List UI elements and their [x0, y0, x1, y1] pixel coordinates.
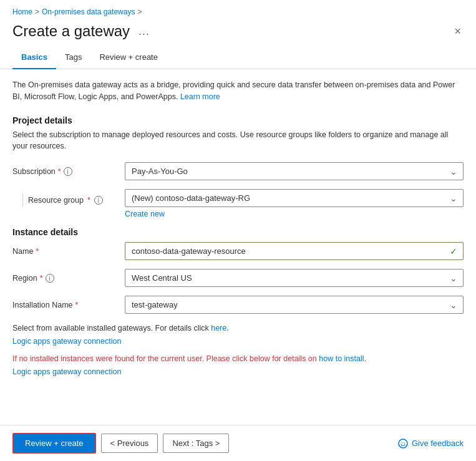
project-details-desc: Select the subscription to manage deploy…: [12, 129, 464, 153]
review-create-button[interactable]: Review + create: [12, 433, 96, 454]
resource-group-required: *: [87, 196, 90, 205]
svg-point-2: [404, 442, 405, 444]
region-label: Region * i: [12, 269, 112, 283]
resource-group-info-icon[interactable]: i: [94, 196, 103, 205]
installation-name-row: Installation Name * test-gateway: [12, 296, 464, 314]
learn-more-link[interactable]: Learn more: [180, 92, 220, 101]
region-select-wrapper: West Central US: [125, 269, 464, 287]
project-details-title: Project details: [12, 115, 464, 125]
warning-text: If no installed instances were found for…: [12, 353, 464, 365]
gateway-notes: Select from available installed gateways…: [12, 323, 464, 346]
intro-description: The On-premises data gateway acts as a b…: [12, 79, 464, 103]
resource-group-control: (New) contoso-data-gateway-RG Create new: [125, 189, 464, 218]
tab-tags[interactable]: Tags: [56, 47, 90, 69]
tab-review-create[interactable]: Review + create: [90, 47, 167, 69]
create-new-link[interactable]: Create new: [125, 210, 165, 218]
subscription-label: Subscription * i: [12, 162, 112, 176]
svg-point-1: [401, 442, 402, 444]
gateway-note-text: Select from available installed gateways…: [12, 323, 464, 334]
tab-basics[interactable]: Basics: [12, 47, 56, 69]
region-row: Region * i West Central US: [12, 269, 464, 287]
feedback-label: Give feedback: [412, 439, 464, 448]
page-title: Create a gateway: [12, 22, 130, 40]
name-label: Name *: [12, 242, 112, 256]
region-info-icon[interactable]: i: [46, 274, 54, 283]
logic-apps-link-2[interactable]: Logic apps gateway connection: [12, 367, 121, 376]
subscription-info-icon[interactable]: i: [64, 167, 72, 176]
previous-button[interactable]: < Previous: [101, 434, 158, 453]
name-input[interactable]: [125, 242, 464, 260]
resource-group-row: Resource group * i (New) contoso-data-ga…: [12, 189, 464, 218]
resource-group-select-wrapper: (New) contoso-data-gateway-RG: [125, 189, 464, 207]
name-control: ✓: [125, 242, 464, 260]
subscription-control: Pay-As-You-Go: [125, 162, 464, 180]
region-control: West Central US: [125, 269, 464, 287]
region-required: *: [40, 274, 43, 283]
svg-point-0: [399, 439, 407, 448]
subscription-select[interactable]: Pay-As-You-Go: [125, 162, 464, 180]
instance-details-section: Instance details: [12, 227, 464, 237]
next-button[interactable]: Next : Tags >: [163, 434, 229, 453]
installation-required: *: [75, 301, 79, 309]
subscription-select-wrapper: Pay-As-You-Go: [125, 162, 464, 180]
resource-group-select[interactable]: (New) contoso-data-gateway-RG: [125, 189, 464, 207]
warning-section: If no installed instances were found for…: [12, 353, 464, 376]
subscription-required: *: [58, 167, 61, 176]
name-required: *: [36, 247, 39, 256]
subscription-row: Subscription * i Pay-As-You-Go: [12, 162, 464, 180]
breadcrumb-link[interactable]: On-premises data gateways: [42, 7, 135, 16]
here-link[interactable]: here: [211, 324, 226, 332]
name-row: Name * ✓: [12, 242, 464, 260]
instance-details-title: Instance details: [12, 227, 464, 237]
name-check-icon: ✓: [450, 246, 457, 256]
breadcrumb: Home > On-premises data gateways >: [0, 0, 476, 20]
installation-name-select[interactable]: test-gateway: [125, 296, 464, 314]
page-header: Create a gateway ... ×: [0, 20, 476, 47]
footer: Review + create < Previous Next : Tags >…: [0, 425, 476, 461]
give-feedback-button[interactable]: Give feedback: [398, 439, 464, 449]
close-button[interactable]: ×: [452, 23, 464, 39]
tab-bar: Basics Tags Review + create: [0, 47, 476, 69]
logic-apps-link-1[interactable]: Logic apps gateway connection: [12, 337, 121, 346]
resource-group-label: Resource group: [28, 196, 84, 205]
resource-group-label-wrap: Resource group * i: [12, 189, 112, 206]
installation-select-wrapper: test-gateway: [125, 296, 464, 314]
installation-name-label: Installation Name *: [12, 296, 112, 309]
feedback-icon: [398, 439, 408, 449]
breadcrumb-sep1: >: [35, 7, 39, 16]
breadcrumb-sep2: >: [137, 7, 142, 16]
installation-name-control: test-gateway: [125, 296, 464, 314]
how-to-install-link[interactable]: how to install: [319, 354, 364, 363]
main-content: The On-premises data gateway acts as a b…: [0, 69, 476, 386]
region-select[interactable]: West Central US: [125, 269, 464, 287]
ellipsis-button[interactable]: ...: [135, 24, 153, 39]
breadcrumb-home[interactable]: Home: [12, 7, 32, 16]
